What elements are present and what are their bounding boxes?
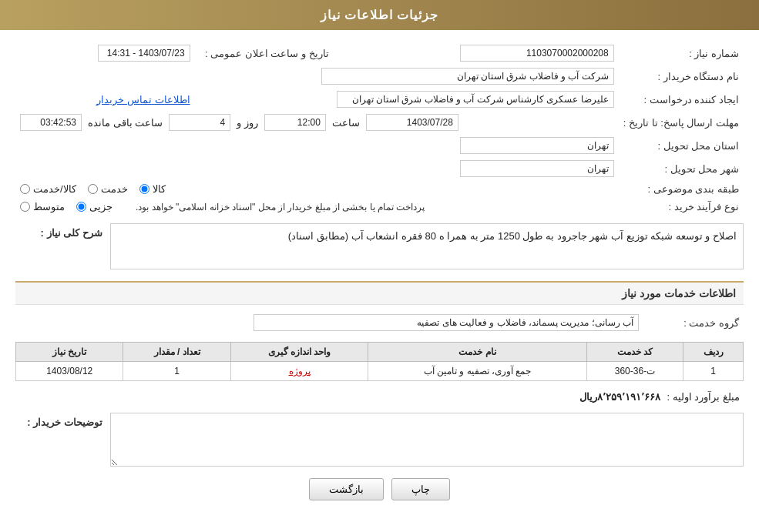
mablagh-value: ۸٬۲۵۹٬۱۹۱٬۶۶۸ریال	[579, 391, 660, 403]
row-tabaqe: طبقه بندی موضوعی : کالا/خدمت خدمت	[15, 180, 744, 198]
page-container: جزئیات اطلاعات نیاز شماره نیاز : 1103070…	[0, 0, 759, 532]
mohlat-saat-label: ساعت	[332, 117, 360, 129]
shahr-field: تهران	[460, 160, 614, 177]
ostan-label: استان محل تحویل :	[619, 134, 744, 157]
tarikh-saat-value: 1403/07/23 - 14:31	[15, 42, 195, 65]
mohlat-rooz-field: 4	[169, 114, 230, 131]
khadamat-section-title: اطلاعات خدمات مورد نیاز	[15, 281, 744, 305]
mohlat-value-cell: 03:42:53 ساعت باقی مانده 4 روز و 12:00 س…	[15, 111, 619, 134]
main-info-table: شماره نیاز : 1103070002000208 تاریخ و سا…	[15, 42, 744, 216]
radio-kala-input[interactable]	[139, 184, 149, 194]
button-row: چاپ بازگشت	[15, 478, 744, 500]
col-radif: ردیف	[683, 343, 744, 362]
col-tarikh: تاریخ نیاز	[16, 343, 123, 362]
sharh-label: شرح کلی نیاز :	[15, 223, 102, 239]
row-ostan: استان محل تحویل : تهران	[15, 134, 744, 157]
col-tedad: تعداد / مقدار	[123, 343, 230, 362]
mohlat-rooz-label: روز و	[237, 117, 258, 129]
btn-chap[interactable]: چاپ	[391, 478, 450, 500]
radio-kala[interactable]: کالا	[139, 183, 166, 195]
radio-jozi[interactable]: جزیی	[76, 201, 113, 212]
nam-dastgah-field: شرکت آب و فاضلاب شرق استان تهران	[321, 68, 614, 85]
khadamat-group-table: گروه خدمت : آب رسانی؛ مدیریت پسماند، فاض…	[15, 311, 744, 334]
shomara-niaz-field: 1103070002000208	[460, 45, 614, 62]
nooe-warn-text: پرداخت تمام یا بخشی از مبلغ خریدار از مح…	[136, 202, 425, 212]
mablagh-label: مبلغ برآورد اولیه :	[667, 391, 740, 403]
row-shahr: شهر محل تحویل : تهران	[15, 157, 744, 180]
row-nam-dastgah: نام دستگاه خریدار : شرکت آب و فاضلاب شرق…	[15, 65, 744, 88]
radio-mottaset[interactable]: متوسط	[20, 201, 65, 212]
col-nam: نام خدمت	[368, 343, 586, 362]
radio-jozi-input[interactable]	[76, 202, 86, 212]
shahr-label: شهر محل تحویل :	[619, 157, 744, 180]
cell-kod: ت-36-360	[586, 362, 683, 381]
cell-tarikh: 1403/08/12	[16, 362, 123, 381]
radio-khadamat-label: خدمت	[101, 183, 128, 195]
ettelaat-link-cell[interactable]: اطلاعات تماس خریدار	[15, 88, 195, 111]
row-group-khadamat: گروه خدمت : آب رسانی؛ مدیریت پسماند، فاض…	[15, 311, 744, 334]
radio-kala-khadamat-input[interactable]	[20, 184, 30, 194]
mablagh-row: مبلغ برآورد اولیه : ۸٬۲۵۹٬۱۹۱٬۶۶۸ریال	[15, 387, 744, 407]
tarikh-saat-field: 1403/07/23 - 14:31	[98, 45, 190, 62]
page-header: جزئیات اطلاعات نیاز	[0, 0, 759, 30]
mohlat-remaining-label: ساعت باقی مانده	[88, 117, 163, 129]
nam-dastgah-label: نام دستگاه خریدار :	[619, 65, 744, 88]
cell-tedad: 1	[123, 362, 230, 381]
shomara-niaz-label: شماره نیاز :	[619, 42, 744, 65]
radio-kala-khadamat[interactable]: کالا/خدمت	[20, 183, 76, 195]
row-shomara-tarikh: شماره نیاز : 1103070002000208 تاریخ و سا…	[15, 42, 744, 65]
col-vahed: واحد اندازه گیری	[230, 343, 368, 362]
cell-vahed[interactable]: پروژه	[230, 362, 368, 381]
ostan-field: تهران	[460, 137, 614, 154]
tozihat-textarea[interactable]	[110, 413, 744, 467]
tabaqe-label: طبقه بندی موضوعی :	[619, 180, 744, 198]
btn-bazgasht[interactable]: بازگشت	[309, 478, 384, 500]
tozihat-label: توضیحات خریدار :	[15, 413, 102, 428]
tozihat-section: توضیحات خریدار :	[15, 413, 744, 467]
table-row: 1 ت-36-360 جمع آوری، تصفیه و تامین آب پر…	[16, 362, 744, 381]
ettelaat-tamas-link[interactable]: اطلاعات تماس خریدار	[96, 94, 190, 105]
radio-mottaset-label: متوسط	[33, 201, 65, 212]
page-title: جزئیات اطلاعات نیاز	[321, 8, 439, 22]
group-khadamat-label: گروه خدمت :	[643, 311, 744, 334]
radio-kala-label: کالا	[153, 183, 166, 195]
mohlat-saat-field: 12:00	[264, 114, 326, 131]
row-nooe: نوع فرآیند خرید : متوسط جزیی	[15, 198, 744, 216]
cell-nam: جمع آوری، تصفیه و تامین آب	[368, 362, 586, 381]
radio-khadamat-input[interactable]	[88, 184, 98, 194]
shomara-niaz-value: 1103070002000208	[334, 42, 619, 65]
services-table: ردیف کد خدمت نام خدمت واحد اندازه گیری ت…	[15, 342, 744, 381]
ijad-konande-value: علیرضا عسکری کارشناس شرکت آب و فاضلاب شر…	[195, 88, 619, 111]
content-area: شماره نیاز : 1103070002000208 تاریخ و سا…	[0, 30, 759, 512]
ostan-value: تهران	[15, 134, 619, 157]
nooe-value: متوسط جزیی پرداخت تمام یا بخشی از مبلغ خ…	[15, 198, 619, 216]
sharh-value: اصلاح و توسعه شبکه توزیع آب شهر جاجرود ب…	[110, 223, 744, 269]
radio-kala-khadamat-label: کالا/خدمت	[33, 183, 76, 195]
shahr-value: تهران	[15, 157, 619, 180]
ijad-konande-field: علیرضا عسکری کارشناس شرکت آب و فاضلاب شر…	[337, 91, 614, 108]
ijad-konande-label: ایجاد کننده درخواست :	[619, 88, 744, 111]
services-table-body: 1 ت-36-360 جمع آوری، تصفیه و تامین آب پر…	[16, 362, 744, 381]
header-row: ردیف کد خدمت نام خدمت واحد اندازه گیری ت…	[16, 343, 744, 362]
row-mohlat: مهلت ارسال پاسخ: تا تاریخ : 03:42:53 ساع…	[15, 111, 744, 134]
sharh-section: شرح کلی نیاز : اصلاح و توسعه شبکه توزیع …	[15, 223, 744, 273]
tabaqe-value: کالا/خدمت خدمت کالا	[15, 180, 619, 198]
nam-dastgah-value: شرکت آب و فاضلاب شرق استان تهران	[15, 65, 619, 88]
nooe-label: نوع فرآیند خرید :	[619, 198, 744, 216]
radio-mottaset-input[interactable]	[20, 202, 30, 212]
cell-radif: 1	[683, 362, 744, 381]
group-khadamat-field: آب رسانی؛ مدیریت پسماند، فاضلاب و فعالیت…	[254, 314, 639, 331]
radio-jozi-label: جزیی	[89, 201, 113, 212]
services-table-header: ردیف کد خدمت نام خدمت واحد اندازه گیری ت…	[16, 343, 744, 362]
row-ijad-konande: ایجاد کننده درخواست : علیرضا عسکری کارشن…	[15, 88, 744, 111]
group-khadamat-value: آب رسانی؛ مدیریت پسماند، فاضلاب و فعالیت…	[15, 311, 643, 334]
col-kod: کد خدمت	[586, 343, 683, 362]
mohlat-label: مهلت ارسال پاسخ: تا تاریخ :	[619, 111, 744, 134]
tarikh-saat-label: تاریخ و ساعت اعلان عمومی :	[195, 42, 334, 65]
mohlat-date-field: 1403/07/28	[366, 114, 458, 131]
mohlat-remaining-field: 03:42:53	[20, 114, 82, 131]
radio-khadamat[interactable]: خدمت	[88, 183, 128, 195]
